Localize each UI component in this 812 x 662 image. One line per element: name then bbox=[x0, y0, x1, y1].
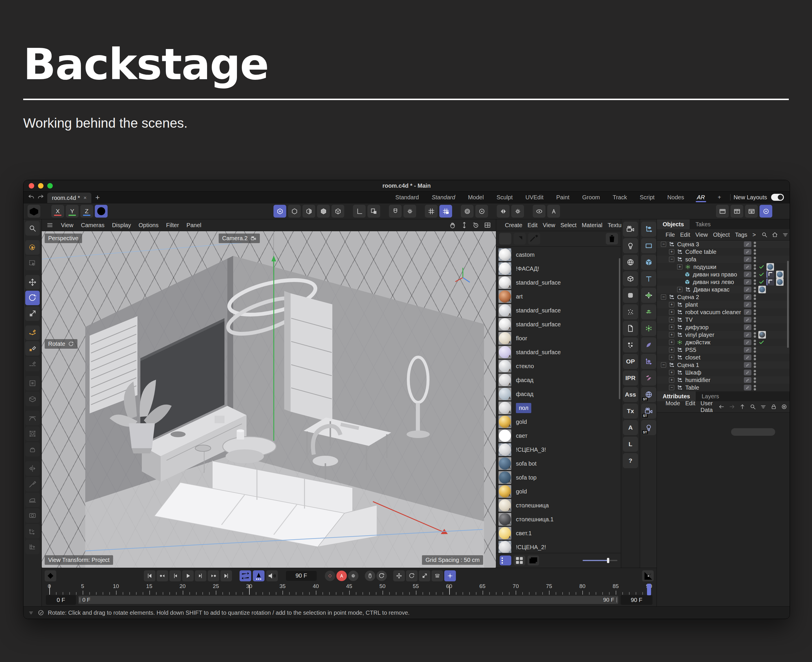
expand-icon[interactable]: + bbox=[669, 249, 674, 254]
object-name[interactable]: Шкаф bbox=[685, 369, 701, 376]
edit-toggle[interactable] bbox=[744, 325, 751, 330]
polygon-pen-button[interactable] bbox=[25, 341, 40, 356]
edit-toggle[interactable] bbox=[744, 241, 751, 247]
material-name[interactable]: standard_surface bbox=[516, 307, 561, 314]
edit-toggle[interactable] bbox=[744, 264, 751, 270]
visibility-dots[interactable] bbox=[754, 325, 756, 330]
visibility-dots[interactable] bbox=[754, 317, 756, 323]
list-view-button[interactable] bbox=[500, 556, 511, 566]
material-name[interactable]: свет bbox=[516, 432, 528, 439]
edit-toggle[interactable] bbox=[744, 355, 751, 360]
play-button[interactable] bbox=[182, 570, 194, 582]
new-layouts-label[interactable]: New Layouts bbox=[733, 194, 767, 201]
material-thumbnail[interactable]: A bbox=[499, 360, 511, 373]
symmetry-button[interactable] bbox=[497, 205, 510, 218]
layout-tab-sculpt[interactable]: Sculpt bbox=[490, 191, 519, 203]
viewport-menu-options[interactable]: Options bbox=[139, 222, 159, 228]
visibility-dots[interactable] bbox=[754, 242, 756, 247]
material-item[interactable]: castom bbox=[496, 248, 621, 262]
arrU-icon[interactable] bbox=[739, 403, 746, 410]
visibility-dots[interactable] bbox=[754, 294, 756, 300]
texture-mode-button[interactable] bbox=[302, 205, 315, 218]
visibility-dots[interactable] bbox=[754, 378, 756, 383]
updown-icon[interactable] bbox=[461, 221, 468, 229]
timeline-ruler[interactable]: 051015202530354045505560657075808590 bbox=[46, 583, 653, 595]
quantize-button[interactable] bbox=[425, 205, 438, 218]
null-object-button[interactable] bbox=[641, 222, 656, 237]
material-item[interactable]: Aфасад bbox=[496, 373, 621, 387]
coordinates-button[interactable] bbox=[353, 205, 366, 218]
material-thumbnail[interactable]: A bbox=[499, 374, 511, 386]
edit-toggle[interactable] bbox=[744, 249, 751, 255]
manager-tab-attributes[interactable]: Attributes bbox=[657, 391, 696, 401]
preview-range-bar[interactable]: 0 F 90 F bbox=[78, 596, 618, 604]
material-item[interactable]: свет bbox=[496, 429, 621, 443]
material-thumbnail[interactable]: A bbox=[499, 304, 511, 317]
material-item[interactable]: Aпол bbox=[496, 401, 621, 415]
filter-icon[interactable] bbox=[782, 231, 789, 238]
material-thumbnail[interactable]: A bbox=[499, 318, 511, 331]
light-palette-button[interactable]: L bbox=[623, 437, 638, 452]
arrR-icon[interactable] bbox=[729, 403, 735, 410]
manager-tab-objects[interactable]: Objects bbox=[657, 219, 690, 229]
close-tab-icon[interactable]: × bbox=[83, 194, 87, 201]
stage-sky-button[interactable]: ST bbox=[641, 387, 656, 402]
cloner-object-button[interactable] bbox=[641, 321, 656, 336]
material-item[interactable]: Aфасад bbox=[496, 387, 621, 401]
ipr-palette-button[interactable]: IPR bbox=[623, 370, 638, 386]
material-name[interactable]: standard_surface bbox=[516, 280, 561, 286]
material-tag[interactable] bbox=[776, 271, 783, 278]
layout-tab--[interactable]: + bbox=[711, 191, 728, 203]
material-menu-view[interactable]: View bbox=[543, 222, 555, 228]
particles-object-button[interactable] bbox=[623, 304, 638, 320]
material-item[interactable]: Aстолешница bbox=[496, 498, 621, 512]
guide-tool-button[interactable] bbox=[25, 540, 40, 554]
material-name[interactable]: стекло bbox=[516, 363, 534, 370]
go-to-start-button[interactable] bbox=[144, 570, 156, 582]
enabled-check-icon[interactable] bbox=[758, 339, 765, 345]
rectangle-selection-button[interactable] bbox=[25, 256, 40, 270]
previous-key-button[interactable] bbox=[157, 570, 168, 582]
material-item[interactable]: !СЦЕНА_3! bbox=[496, 443, 621, 456]
material-menu-select[interactable]: Select bbox=[560, 222, 577, 228]
tree-row[interactable]: −Сцена 2 bbox=[657, 293, 790, 301]
bridge-tool-button[interactable] bbox=[25, 411, 40, 425]
material-name[interactable]: castom bbox=[516, 252, 534, 258]
tree-row[interactable]: +humidifier bbox=[657, 376, 790, 384]
material-thumbnail[interactable] bbox=[499, 262, 511, 275]
viewport-solo-button[interactable] bbox=[533, 205, 546, 218]
edit-toggle[interactable] bbox=[744, 287, 751, 292]
object-name[interactable]: Сцена 1 bbox=[677, 362, 699, 368]
spline-circle-button[interactable] bbox=[641, 288, 656, 303]
quad-icon[interactable] bbox=[484, 221, 491, 229]
workplane-button[interactable] bbox=[367, 205, 380, 218]
material-name[interactable]: sofa bot bbox=[516, 460, 536, 467]
layout-tab-ar[interactable]: AR bbox=[690, 191, 711, 203]
material-item[interactable]: Asofa bot bbox=[496, 456, 621, 471]
edit-toggle[interactable] bbox=[744, 347, 751, 353]
visibility-dots[interactable] bbox=[754, 340, 756, 345]
edit-toggle[interactable] bbox=[744, 256, 751, 262]
symmetry-settings-button[interactable] bbox=[511, 205, 524, 218]
coordinate-system-button[interactable] bbox=[95, 205, 108, 218]
expand-icon[interactable]: + bbox=[669, 340, 674, 345]
material-menu-create[interactable]: Create bbox=[505, 222, 522, 228]
volume-builder-button[interactable] bbox=[25, 392, 40, 406]
expand-icon[interactable]: + bbox=[669, 302, 674, 307]
material-menu-material[interactable]: Material bbox=[582, 222, 602, 228]
visibility-dots[interactable] bbox=[754, 310, 756, 315]
arnold-palette-button[interactable]: A bbox=[623, 420, 638, 435]
material-thumbnail[interactable]: A bbox=[499, 527, 511, 540]
object-name[interactable]: robot vacuum cleaner bbox=[685, 309, 741, 316]
layout-tab-script[interactable]: Script bbox=[633, 191, 661, 203]
lock-icon[interactable] bbox=[770, 403, 777, 410]
tree-row[interactable]: −Сцена 1 bbox=[657, 361, 790, 369]
material-item[interactable]: !ФАСАД! bbox=[496, 262, 621, 276]
object-name[interactable]: дифузор bbox=[685, 324, 708, 331]
viewport-menu-panel[interactable]: Panel bbox=[186, 222, 201, 228]
material-thumbnail[interactable] bbox=[499, 429, 511, 442]
rotate-tool-button[interactable] bbox=[25, 291, 40, 305]
layout-tab-groom[interactable]: Groom bbox=[576, 191, 607, 203]
tree-row[interactable]: диван низ лево bbox=[657, 278, 790, 286]
object-menu-tags[interactable]: Tags bbox=[735, 231, 747, 238]
